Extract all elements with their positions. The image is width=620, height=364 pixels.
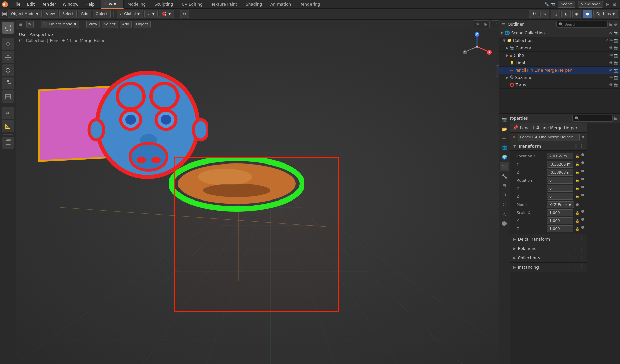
location-y-lock[interactable]: 🔒 — [575, 161, 580, 167]
menu-help[interactable]: Help — [82, 0, 98, 9]
location-z-value[interactable]: -0.38963 m — [547, 169, 573, 176]
vp-add-btn[interactable]: Add — [120, 21, 132, 28]
pivot-dropdown[interactable]: ⊙ ▼ — [144, 10, 158, 18]
scale-y-value[interactable]: 1.000 — [547, 217, 573, 224]
cube-camera-btn[interactable]: 📷 — [614, 53, 619, 58]
location-y-dot[interactable] — [581, 161, 584, 164]
props-pin-icon[interactable]: 📌 — [513, 125, 518, 130]
cube-eye-btn[interactable]: 👁 — [609, 53, 613, 58]
relations-section[interactable]: ▶ Relations ⋮⋮ — [510, 244, 587, 253]
sc-eye-btn[interactable]: 👁 — [609, 31, 613, 35]
coll-eye-btn[interactable]: 👁 — [609, 38, 613, 43]
tab-shading[interactable]: Shading — [241, 0, 266, 9]
delta-options[interactable]: ⋮⋮ — [573, 236, 584, 242]
view-menu[interactable]: View — [43, 10, 58, 18]
light-row[interactable]: ▶ 💡 Light 👁 📷 — [499, 59, 620, 67]
add-menu[interactable]: Add — [78, 10, 91, 18]
delta-transform-section[interactable]: ▶ Delta Transform ⋮⋮ — [510, 234, 587, 244]
collection-row[interactable]: ▼ 📁 Collection ✓ 👁 📷 — [499, 37, 620, 44]
axis-gizmo[interactable]: Z X Y — [462, 32, 492, 62]
filter-btn[interactable]: ⊟ — [606, 2, 610, 7]
blender-logo[interactable]: B — [0, 0, 10, 9]
rotation-z-value[interactable]: 0° — [547, 193, 573, 200]
scene-selector[interactable]: Scene — [558, 1, 575, 8]
rotation-mode-dropdown[interactable]: XYZ Euler ▼ — [547, 201, 574, 208]
camera-row[interactable]: ▶ 📷 Camera 👁 📷 — [499, 44, 620, 52]
viewport-shading-render[interactable]: ● — [583, 10, 592, 18]
viewport-canvas[interactable]: User Perspective (1) Collection | Pencil… — [16, 29, 526, 364]
scale-y-dot[interactable] — [581, 218, 584, 221]
relations-options[interactable]: ⋮⋮ — [573, 245, 584, 252]
menu-window[interactable]: Window — [59, 0, 82, 9]
outliner-sort-btn[interactable]: ⚙ — [614, 22, 617, 27]
transform-dropdown[interactable]: ⊕ Global ▼ — [117, 10, 143, 18]
pencilplus-eye-btn[interactable]: 👁 — [609, 68, 613, 73]
suzanne-row[interactable]: ▶ 🐵 Suzanne 👁 📷 — [499, 74, 620, 81]
select-menu[interactable]: Select — [59, 10, 77, 18]
coll-check-btn[interactable]: ✓ — [605, 38, 608, 43]
object-selector-dropdown[interactable]: Pencil+ 4 Line Merge Helper — [518, 134, 580, 141]
props-tab-output[interactable]: 📂 — [500, 124, 509, 133]
scene-settings-btn[interactable]: ⚙ — [612, 2, 617, 7]
scale-z-dot[interactable] — [581, 226, 584, 229]
menu-edit[interactable]: Edit — [24, 0, 38, 9]
menu-file[interactable]: File — [10, 0, 24, 9]
cam-eye-btn[interactable]: 👁 — [609, 46, 613, 50]
props-tab-constraint[interactable]: ⛓ — [500, 200, 509, 209]
vp-object-btn[interactable]: Object — [134, 21, 151, 28]
props-tab-physics[interactable]: ⊟ — [500, 190, 509, 199]
outliner-search[interactable] — [556, 21, 608, 28]
props-tab-object[interactable]: ⬛ — [500, 162, 509, 171]
gizmo-btn[interactable]: ⊕ — [540, 10, 549, 18]
light-eye-btn[interactable]: 👁 — [609, 61, 613, 65]
tool-transform[interactable] — [2, 90, 14, 103]
viewport[interactable]: ≡ 👁 ⬛ Object Mode ▼ View Select Add Obje… — [16, 20, 526, 364]
cube-arrow[interactable]: ▶ — [506, 53, 509, 57]
tab-texture-paint[interactable]: Texture Paint — [207, 0, 241, 9]
scale-x-lock[interactable]: 🔒 — [575, 210, 580, 215]
location-x-value[interactable]: 2.0165 m — [547, 153, 573, 159]
props-search[interactable] — [572, 115, 613, 122]
scale-z-lock[interactable]: 🔒 — [575, 226, 580, 231]
tab-layout[interactable]: Layout — [101, 0, 124, 9]
viewport-shading-solid[interactable]: ◐ — [561, 10, 571, 18]
object-mode-btn[interactable]: ⬛ Object Mode ▼ — [41, 21, 79, 28]
rotation-x-lock[interactable]: 🔒 — [575, 178, 580, 183]
rotation-x-dot[interactable] — [581, 178, 584, 180]
pencilplus-row[interactable]: ▶ ✏ Pencil+ 4 Line Merge Helper 👁 📷 — [499, 67, 620, 74]
overlays-btn[interactable]: 👁 — [529, 10, 539, 18]
viewport-shading-wire[interactable]: ⬚ — [551, 10, 560, 18]
view-3d-btn[interactable]: 👁 — [26, 21, 34, 28]
scale-z-value[interactable]: 1.000 — [547, 225, 573, 232]
tab-modeling[interactable]: Modeling — [124, 0, 151, 9]
light-camera-btn[interactable]: 📷 — [614, 61, 619, 65]
transform-section-header[interactable]: ▼ Transform ⋮⋮ — [510, 142, 587, 151]
props-tab-world[interactable]: 🌍 — [500, 153, 509, 161]
tab-animation[interactable]: Animation — [266, 0, 295, 9]
suzanne-arrow[interactable]: ▶ — [506, 76, 509, 79]
props-filter[interactable]: ⊟ — [614, 116, 617, 121]
tool-annotate[interactable]: ✏ — [2, 107, 14, 119]
tool-move[interactable] — [2, 51, 14, 63]
tab-sculpting[interactable]: Sculpting — [150, 0, 177, 9]
scale-x-value[interactable]: 1.000 — [547, 209, 573, 216]
suz-eye-btn[interactable]: 👁 — [609, 75, 613, 80]
cam-camera-btn[interactable]: 📷 — [614, 46, 619, 50]
rotation-y-lock[interactable]: 🔒 — [575, 186, 580, 191]
viewport-menu-btn[interactable]: ≡ — [19, 22, 23, 27]
tool-scale[interactable] — [2, 77, 14, 89]
rotation-y-dot[interactable] — [581, 186, 584, 188]
outliner-filter-btn[interactable]: ⊟ — [609, 22, 612, 27]
suz-camera-btn[interactable]: 📷 — [614, 75, 619, 80]
coll-camera-btn[interactable]: 📷 — [614, 38, 619, 43]
location-z-lock[interactable]: 🔒 — [575, 170, 580, 175]
location-z-dot[interactable] — [581, 170, 584, 172]
location-x-lock[interactable]: 🔒 — [575, 153, 580, 159]
tool-cursor[interactable] — [2, 38, 14, 50]
menu-render[interactable]: Render — [38, 0, 59, 9]
location-x-dot[interactable] — [581, 153, 584, 156]
mode-dropdown[interactable]: Object Mode ▼ — [8, 10, 42, 18]
snap-dropdown[interactable]: 🧲 ▼ — [159, 10, 174, 18]
collections-section[interactable]: ▶ Collections ⋮⋮ — [510, 253, 587, 263]
instancing-section[interactable]: ▶ Instancing ⋮⋮ — [510, 263, 587, 272]
